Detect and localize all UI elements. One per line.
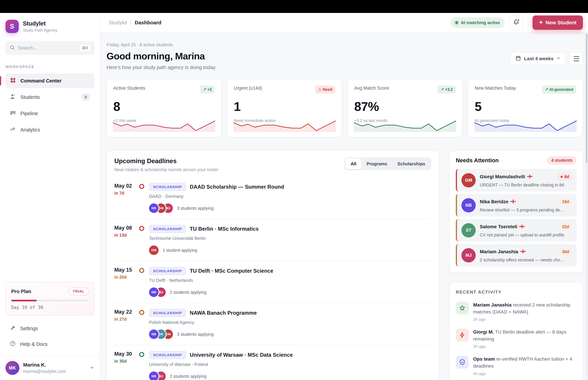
plan-progress-bar xyxy=(11,300,89,302)
search-icon xyxy=(10,45,15,51)
stat-trend-badge: ↗ +2 xyxy=(200,86,215,94)
needs-attention-item[interactable]: ST Salome Tsereteli 22d CV not parsed ye… xyxy=(456,219,577,242)
deadlines-list: May 02 in 7d SCHOLARSHIP DAAD Scholarshi… xyxy=(114,177,431,380)
sidebar-item-settings[interactable]: Settings xyxy=(5,321,95,336)
sparkline-svg xyxy=(233,120,336,132)
deadline-due-in: in 35d xyxy=(114,359,134,364)
scrollbar-thumb[interactable] xyxy=(586,34,588,163)
applying-count: 3 students applying xyxy=(177,332,213,337)
sparkline xyxy=(113,120,215,132)
avatar: NB xyxy=(461,198,476,212)
sidebar-item-label: Students xyxy=(20,95,40,100)
chevron-down-icon xyxy=(556,56,561,61)
activity-item[interactable]: Mariam Janashia received 2 new scholarsh… xyxy=(456,302,577,322)
date-range-select[interactable]: Last 4 weeks xyxy=(510,52,566,65)
sidebar-item-students[interactable]: Students 8 xyxy=(5,90,95,104)
sparkline xyxy=(233,120,336,132)
tab-all[interactable]: All xyxy=(345,158,361,169)
avatar-stack: NBDKGM xyxy=(149,329,171,339)
avatar-stack: NBMJ xyxy=(149,372,163,380)
days-left-badge: 18d xyxy=(559,198,572,206)
stat-trend-badge: ⚠ Need xyxy=(315,86,335,94)
stat-label: Active Students xyxy=(113,86,145,91)
days-left-badge: 30d xyxy=(559,248,572,255)
page-scrollbar[interactable] xyxy=(585,33,588,380)
stat-card[interactable]: Active Students ↗ +2 8 +2 this week xyxy=(107,79,222,137)
deadline-org: DAAD · Germany xyxy=(149,194,431,199)
sidebar-item-pipeline[interactable]: Pipeline xyxy=(5,106,95,121)
deadline-date: May 30 xyxy=(114,351,134,357)
needs-attention-panel: Needs Attention 4 students GM Giorgi Mam… xyxy=(449,150,583,273)
deadline-row[interactable]: May 22 in 27d SCHOLARSHIP NAWA Banach Pr… xyxy=(114,303,431,345)
plus-icon: + xyxy=(539,19,543,25)
sparkline-svg xyxy=(354,120,456,132)
sparkline-svg xyxy=(474,120,577,132)
sidebar-item-analytics[interactable]: Analytics xyxy=(5,122,95,137)
avatar-stack: GM xyxy=(149,246,156,255)
deadline-row[interactable]: May 08 in 13d SCHOLARSHIP TU Berlin · MS… xyxy=(114,219,431,261)
workspace-section-label: WORKSPACE xyxy=(5,65,95,69)
trend-icon xyxy=(10,126,16,133)
needs-attention-item[interactable]: MJ Mariam Janashia 30d 2 scholarship off… xyxy=(456,244,577,266)
sidebar-nav: Command Center Students 8 Pipeline Analy… xyxy=(5,74,95,137)
deadline-row[interactable]: May 30 in 35d SCHOLARSHIP University of … xyxy=(114,345,431,380)
sparkline xyxy=(354,120,456,132)
deadline-row[interactable]: May 15 in 20d SCHOLARSHIP TU Delft · MSc… xyxy=(114,261,431,303)
star-icon xyxy=(456,302,469,315)
brand-logo: S xyxy=(5,20,19,33)
sidebar-item-help-docs[interactable]: Help & Docs xyxy=(5,337,95,351)
days-left-badge: 22d xyxy=(559,223,572,230)
activity-time: 2h ago xyxy=(473,317,577,322)
deadline-date: May 02 xyxy=(114,183,134,189)
sidebar-item-label: Analytics xyxy=(20,127,40,133)
sidebar-item-label: Settings xyxy=(20,326,38,331)
needs-attention-item[interactable]: NB Nika Beridze 18d Review shortlist — 3… xyxy=(456,194,577,217)
person-icon xyxy=(10,94,16,101)
applying-count: 2 students applying xyxy=(170,290,206,295)
deadline-date: May 15 xyxy=(114,267,134,273)
tab-scholarships[interactable]: Scholarships xyxy=(392,158,430,169)
deadline-org: Technische Universität Berlin xyxy=(149,236,431,241)
search-input[interactable]: Search... ⌘K xyxy=(5,41,95,55)
brand: S Studylet Study Path Agency xyxy=(5,20,95,33)
activity-item[interactable]: Giorgi M. TU Berlin deadline alert — 8 d… xyxy=(456,329,577,349)
activity-time: 4h ago xyxy=(473,371,577,376)
deadline-org: Polish National Agency xyxy=(149,320,431,325)
flag-georgia-icon xyxy=(519,225,525,229)
student-name: Salome Tsereteli xyxy=(480,224,517,229)
avatar: NB xyxy=(149,287,159,297)
sidebar-item-command-center[interactable]: Command Center xyxy=(5,74,95,88)
overflow-menu-button[interactable] xyxy=(570,52,583,65)
stat-card[interactable]: New Matches Today ↗ AI-generated 5 AI-ge… xyxy=(468,79,583,137)
needs-attention-item[interactable]: GM Giorgi Mamulashvili 8d URGENT — TU Be… xyxy=(456,169,577,191)
scholarship-chip: SCHOLARSHIP xyxy=(149,183,186,191)
avatar-stack: NBMJ xyxy=(149,287,163,297)
deadline-due-in: in 7d xyxy=(114,191,134,196)
stat-card[interactable]: Avg Match Score ↗ +3.2 87% +3.2 vs last … xyxy=(347,79,463,137)
page-title: Good morning, Marina xyxy=(107,51,216,62)
user-menu[interactable]: MK Marina K. marina@studylet.com xyxy=(5,357,95,380)
tab-programs[interactable]: Programs xyxy=(361,158,392,169)
sidebar-item-label: Pipeline xyxy=(20,111,38,116)
sparkline-svg xyxy=(113,120,215,132)
calendar-icon xyxy=(515,56,521,62)
activity-text: Ops team re-verified RWTH Aachen tuition… xyxy=(473,356,577,369)
new-student-button[interactable]: + New Student xyxy=(532,16,583,30)
breadcrumb-root[interactable]: Studylet xyxy=(109,20,127,25)
notifications-button[interactable] xyxy=(509,16,523,30)
shield-check-icon xyxy=(456,356,469,369)
stat-card[interactable]: Urgent (≤14d) ⚠ Need 1 Need immediate ac… xyxy=(227,79,342,137)
sidebar: S Studylet Study Path Agency Search... ⌘… xyxy=(0,13,100,380)
applying-count: 1 student applying xyxy=(163,248,197,253)
flag-georgia-icon xyxy=(520,249,526,254)
stat-trend-badge: ↗ +3.2 xyxy=(437,86,456,94)
deadline-row[interactable]: May 02 in 7d SCHOLARSHIP DAAD Scholarshi… xyxy=(114,177,431,219)
avatar: ST xyxy=(461,223,476,237)
deadline-title: TU Berlin · MSc Informatics xyxy=(190,226,259,232)
lightning-icon xyxy=(456,329,469,342)
activity-item[interactable]: Ops team re-verified RWTH Aachen tuition… xyxy=(456,356,577,376)
scholarship-chip: SCHOLARSHIP xyxy=(149,309,186,317)
plan-card[interactable]: Pro Plan TRIAL Day 10 of 30 xyxy=(5,282,95,315)
sidebar-item-label: Help & Docs xyxy=(20,342,47,347)
status-dot-icon xyxy=(455,21,458,24)
